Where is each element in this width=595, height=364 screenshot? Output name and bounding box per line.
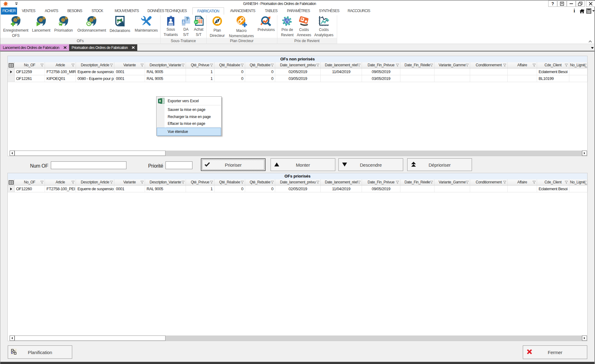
svg-text:?: ? xyxy=(186,16,188,21)
svg-text:X: X xyxy=(159,99,161,103)
svg-text:ST: ST xyxy=(195,21,198,24)
